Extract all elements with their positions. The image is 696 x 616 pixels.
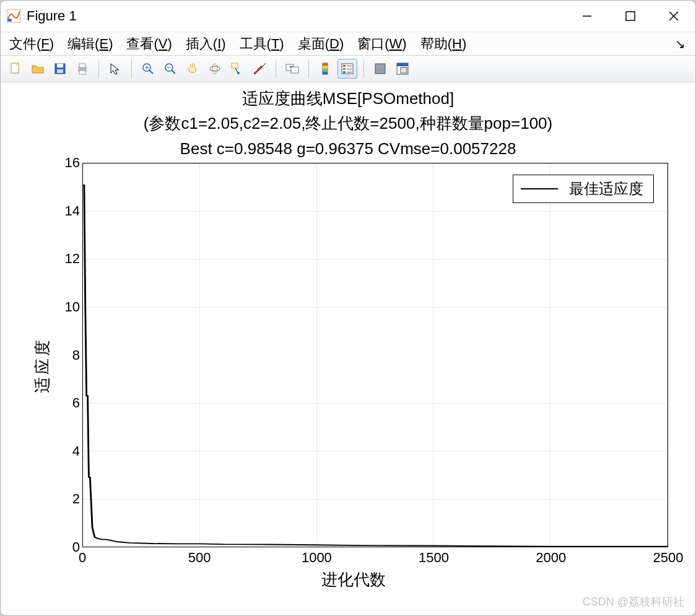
chart-title: 适应度曲线MSE[PSOmethod] (参数c1=2.05,c2=2.05,终… bbox=[1, 86, 695, 161]
y-tick: 12 bbox=[65, 251, 80, 267]
svg-rect-33 bbox=[343, 65, 346, 67]
link-button[interactable] bbox=[282, 59, 302, 79]
maximize-button[interactable] bbox=[609, 1, 652, 32]
svg-rect-41 bbox=[397, 63, 408, 66]
datatip-button[interactable] bbox=[227, 59, 247, 79]
y-tick: 8 bbox=[72, 347, 80, 363]
svg-rect-35 bbox=[343, 71, 346, 73]
menu-desktop[interactable]: 桌面(D) bbox=[298, 35, 344, 53]
menu-file[interactable]: 文件(F) bbox=[9, 35, 54, 53]
zoom-in-button[interactable] bbox=[138, 59, 158, 79]
menubar: 文件(F) 编辑(E) 查看(V) 插入(I) 工具(T) 桌面(D) 窗口(W… bbox=[1, 32, 695, 55]
print-button[interactable] bbox=[72, 59, 92, 79]
svg-rect-34 bbox=[343, 68, 346, 70]
new-button[interactable] bbox=[6, 59, 25, 79]
svg-line-19 bbox=[172, 70, 175, 74]
y-tick: 10 bbox=[65, 299, 80, 315]
x-tick: 0 bbox=[79, 550, 86, 566]
rotate-button[interactable] bbox=[205, 59, 225, 79]
svg-rect-23 bbox=[232, 63, 238, 68]
menu-tools[interactable]: 工具(T) bbox=[240, 35, 284, 53]
svg-rect-29 bbox=[323, 66, 328, 69]
svg-rect-9 bbox=[57, 64, 63, 67]
toolbar bbox=[1, 55, 695, 82]
svg-rect-30 bbox=[323, 69, 328, 72]
open-button[interactable] bbox=[28, 59, 48, 79]
dock-button[interactable] bbox=[393, 59, 412, 79]
figure-canvas[interactable]: 适应度曲线MSE[PSOmethod] (参数c1=2.05,c2=2.05,终… bbox=[1, 82, 695, 615]
menu-view[interactable]: 查看(V) bbox=[126, 35, 172, 53]
save-button[interactable] bbox=[50, 59, 70, 79]
svg-point-24 bbox=[237, 72, 240, 74]
svg-rect-39 bbox=[375, 64, 385, 74]
svg-rect-31 bbox=[323, 72, 328, 75]
x-tick: 1500 bbox=[419, 550, 449, 566]
pan-button[interactable] bbox=[183, 59, 202, 79]
y-tick: 6 bbox=[72, 395, 80, 411]
x-tick: 1000 bbox=[302, 550, 332, 566]
zoom-out-button[interactable] bbox=[160, 59, 180, 79]
axes[interactable]: 最佳适应度 bbox=[82, 163, 668, 547]
x-tick: 500 bbox=[188, 550, 211, 566]
menu-help[interactable]: 帮助(H) bbox=[420, 35, 467, 53]
svg-point-21 bbox=[210, 66, 220, 71]
svg-rect-12 bbox=[79, 64, 85, 67]
hide-plot-tools-button[interactable] bbox=[370, 59, 390, 79]
svg-point-22 bbox=[212, 64, 217, 74]
chart-title-line1: 适应度曲线MSE[PSOmethod] bbox=[1, 86, 695, 111]
chart-title-line2: (参数c1=2.05,c2=2.05,终止代数=2500,种群数量pop=100… bbox=[1, 111, 695, 136]
y-tick: 4 bbox=[72, 443, 80, 459]
pointer-button[interactable] bbox=[105, 59, 125, 79]
svg-rect-26 bbox=[291, 67, 298, 73]
svg-rect-28 bbox=[323, 63, 328, 66]
svg-rect-42 bbox=[401, 67, 407, 73]
chart-line bbox=[83, 163, 668, 547]
colorbar-button[interactable] bbox=[315, 59, 335, 79]
menu-edit[interactable]: 编辑(E) bbox=[67, 35, 113, 53]
x-tick: 2000 bbox=[536, 550, 566, 566]
svg-rect-10 bbox=[57, 69, 63, 73]
y-tick: 2 bbox=[72, 491, 80, 507]
svg-rect-13 bbox=[79, 71, 85, 74]
menu-overflow-icon[interactable]: ↘ bbox=[675, 37, 685, 51]
y-tick: 14 bbox=[65, 203, 80, 219]
menu-window[interactable]: 窗口(W) bbox=[357, 35, 406, 53]
svg-rect-1 bbox=[8, 19, 12, 21]
titlebar: Figure 1 bbox=[1, 1, 695, 32]
figure-window: Figure 1 文件(F) 编辑(E) 查看(V) 插入(I) 工具(T) 桌… bbox=[0, 0, 696, 616]
x-tick: 2500 bbox=[653, 550, 684, 566]
app-icon bbox=[7, 9, 20, 23]
menu-insert[interactable]: 插入(I) bbox=[186, 35, 226, 53]
svg-line-15 bbox=[149, 70, 153, 74]
close-button[interactable] bbox=[652, 1, 695, 32]
x-axis-label: 进化代数 bbox=[321, 569, 386, 591]
svg-rect-3 bbox=[626, 12, 635, 20]
window-title: Figure 1 bbox=[27, 8, 77, 24]
minimize-button[interactable] bbox=[565, 1, 609, 32]
axes-wrap: 适应度 最佳适应度 进化代数 0246810121416050010001500… bbox=[25, 163, 682, 571]
chart-title-line3: Best c=0.98548 g=0.96375 CVmse=0.0057228 bbox=[1, 136, 695, 161]
y-tick: 16 bbox=[65, 155, 80, 171]
y-axis-label: 适应度 bbox=[32, 337, 53, 393]
watermark: CSDN @荔枝科研社 bbox=[583, 594, 684, 609]
brush-button[interactable] bbox=[250, 59, 269, 79]
legend-button[interactable] bbox=[337, 59, 357, 79]
